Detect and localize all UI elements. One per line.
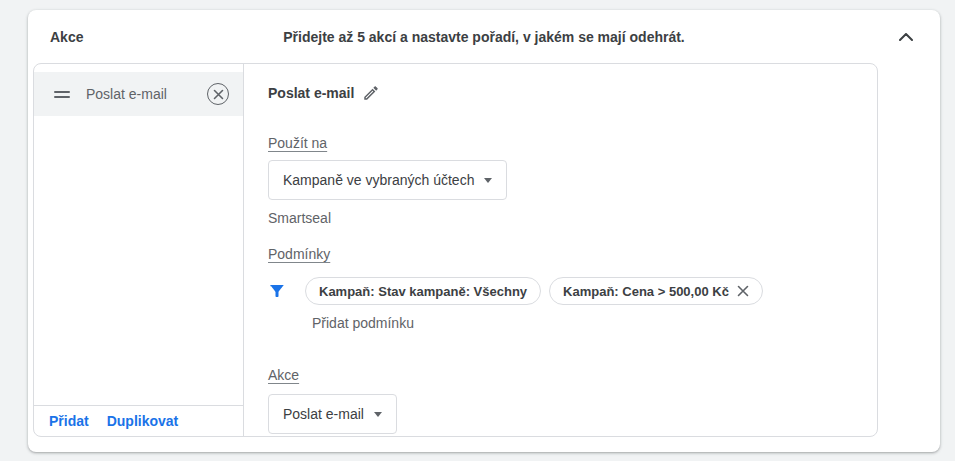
action-list: Poslat e-mail bbox=[34, 64, 243, 405]
edit-pencil-icon[interactable] bbox=[362, 84, 380, 102]
add-condition-button[interactable]: Přidat podmínku bbox=[312, 315, 414, 331]
action-dropdown[interactable]: Poslat e-mail bbox=[268, 394, 397, 434]
section-subtitle: Přidejte až 5 akcí a nastavte pořadí, v … bbox=[28, 29, 940, 45]
action-editor: Poslat e-mail Použít na Kampaně ve vybra… bbox=[244, 64, 877, 436]
card-header: Akce Přidejte až 5 akcí a nastavte pořad… bbox=[28, 10, 940, 63]
filter-funnel-icon[interactable] bbox=[268, 282, 286, 300]
action-label: Akce bbox=[268, 367, 299, 383]
condition-chip[interactable]: Kampaň: Cena > 500,00 Kč bbox=[549, 277, 763, 305]
chevron-down-icon bbox=[374, 412, 382, 417]
conditions-label: Podmínky bbox=[268, 246, 330, 262]
editor-title-row: Poslat e-mail bbox=[268, 84, 853, 102]
chevron-down-icon bbox=[484, 178, 492, 183]
account-name: Smartseal bbox=[268, 210, 853, 226]
remove-circle-icon[interactable] bbox=[207, 83, 229, 105]
actions-card: Akce Přidejte až 5 akcí a nastavte pořad… bbox=[28, 10, 940, 452]
add-action-button[interactable]: Přidat bbox=[49, 413, 89, 429]
list-item-label: Poslat e-mail bbox=[86, 86, 207, 102]
chevron-up-icon[interactable] bbox=[894, 25, 918, 49]
action-dropdown-value: Poslat e-mail bbox=[283, 406, 364, 422]
section-title: Akce bbox=[50, 29, 83, 45]
actions-panel: Poslat e-mail Přidat Duplikovat Poslat e… bbox=[33, 63, 878, 437]
action-list-column: Poslat e-mail Přidat Duplikovat bbox=[34, 64, 244, 436]
apply-to-dropdown[interactable]: Kampaně ve vybraných účtech bbox=[268, 160, 507, 200]
duplicate-action-button[interactable]: Duplikovat bbox=[107, 413, 179, 429]
close-icon[interactable] bbox=[737, 285, 749, 297]
condition-chip[interactable]: Kampaň: Stav kampaně: Všechny bbox=[305, 277, 541, 305]
apply-to-label: Použít na bbox=[268, 135, 327, 151]
condition-chips: Kampaň: Stav kampaně: Všechny Kampaň: Ce… bbox=[305, 277, 763, 305]
list-item-poslat-email[interactable]: Poslat e-mail bbox=[34, 72, 243, 116]
condition-chip-text: Kampaň: Cena > 500,00 Kč bbox=[563, 284, 729, 299]
apply-to-dropdown-value: Kampaně ve vybraných účtech bbox=[283, 172, 474, 188]
editor-title: Poslat e-mail bbox=[268, 85, 354, 102]
condition-chip-text: Kampaň: Stav kampaně: Všechny bbox=[319, 284, 527, 299]
list-footer: Přidat Duplikovat bbox=[34, 405, 243, 436]
conditions-row: Kampaň: Stav kampaně: Všechny Kampaň: Ce… bbox=[268, 277, 853, 305]
drag-handle-icon[interactable] bbox=[54, 91, 70, 98]
